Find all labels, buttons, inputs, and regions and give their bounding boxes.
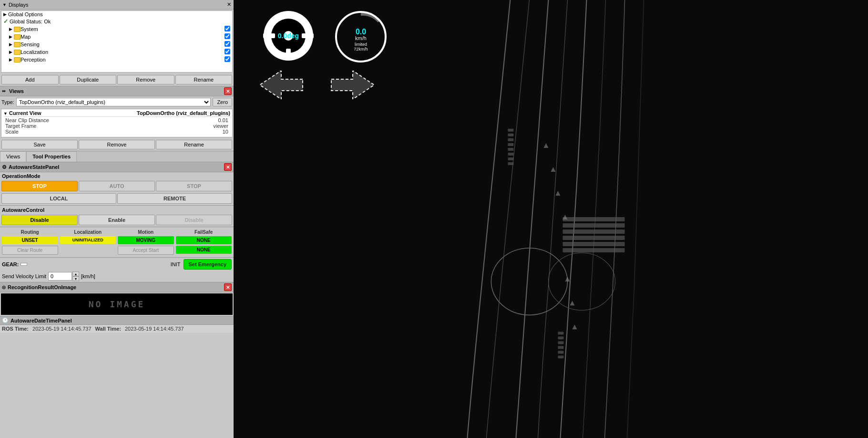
recognition-section: ◎ RecognitionResultOnImage ✕ NO IMAGE bbox=[0, 282, 234, 316]
global-status-label: Global Status: Ok bbox=[10, 19, 51, 24]
datetime-header: 🕐 AutowareDateTimePanel bbox=[0, 316, 234, 325]
svg-rect-1 bbox=[508, 129, 513, 132]
autoware-state-close-button[interactable]: ✕ bbox=[224, 163, 232, 171]
rename-button[interactable]: Rename bbox=[175, 75, 233, 84]
views-remove-button[interactable]: Remove bbox=[79, 140, 155, 149]
right-arrow-hud bbox=[329, 71, 374, 100]
datetime-section: 🕐 AutowareDateTimePanel ROS Time: 2023-0… bbox=[0, 316, 234, 333]
sensing-checkbox[interactable] bbox=[225, 41, 230, 47]
arrow-icon: ▶ bbox=[9, 27, 12, 31]
tree-item-sensing[interactable]: ▶ Sensing bbox=[1, 41, 232, 48]
system-checkbox[interactable] bbox=[225, 26, 230, 31]
autoware-control-label: AutowareControl bbox=[0, 206, 234, 214]
zero-button[interactable]: Zero bbox=[213, 98, 232, 106]
tree-item-localization[interactable]: ▶ Localization bbox=[1, 48, 232, 56]
failsafe2-badge: NONE bbox=[176, 246, 232, 254]
folder-icon bbox=[14, 57, 20, 63]
svg-rect-11 bbox=[563, 229, 625, 234]
enable-button[interactable]: Enable bbox=[79, 215, 155, 225]
ros-time-label: ROS Time: bbox=[2, 326, 29, 332]
scale-label: Scale bbox=[5, 129, 19, 135]
clock-icon: 🕐 bbox=[2, 317, 9, 323]
speed-gauge-svg: 0.0 km/h limited 72km/h bbox=[334, 10, 388, 64]
remove-button[interactable]: Remove bbox=[117, 75, 174, 84]
velocity-label: Send Velocity Limit bbox=[2, 273, 46, 279]
folder-icon bbox=[14, 42, 20, 47]
displays-close-button[interactable]: ✕ bbox=[227, 1, 231, 8]
folder-icon bbox=[14, 34, 20, 40]
duplicate-button[interactable]: Duplicate bbox=[60, 75, 117, 84]
recognition-close-button[interactable]: ✕ bbox=[224, 283, 232, 291]
localization-checkbox[interactable] bbox=[225, 49, 230, 54]
local-button[interactable]: LOCAL bbox=[1, 193, 116, 204]
speed-gauge-hud: 0.0 km/h limited 72km/h bbox=[334, 10, 388, 65]
svg-text:72km/h: 72km/h bbox=[354, 47, 368, 52]
localization-badge: UNINITIALIZED bbox=[60, 236, 116, 244]
svg-rect-17 bbox=[558, 341, 564, 344]
tree-item-global-options[interactable]: ▶ Global Options bbox=[1, 11, 232, 18]
tree-item-map[interactable]: ▶ Map bbox=[1, 33, 232, 41]
stop-button[interactable]: STOP bbox=[156, 181, 232, 191]
velocity-input[interactable] bbox=[48, 272, 72, 281]
views-rename-button[interactable]: Rename bbox=[156, 140, 232, 149]
datetime-title: AutowareDateTimePanel bbox=[10, 318, 72, 323]
perception-checkbox[interactable] bbox=[225, 56, 230, 62]
auto-button[interactable]: AUTO bbox=[79, 181, 155, 191]
svg-rect-14 bbox=[563, 248, 625, 252]
views-close-button[interactable]: ✕ bbox=[224, 87, 232, 95]
svg-rect-33 bbox=[302, 33, 314, 38]
set-emergency-button[interactable]: Set Emergency bbox=[184, 259, 232, 270]
steering-wheel-svg: 0.0deg bbox=[262, 10, 315, 62]
near-clip-value: 0.01 bbox=[218, 117, 228, 123]
type-label: Type: bbox=[1, 99, 14, 105]
velocity-input-group: ▲ ▼ bbox=[48, 271, 79, 281]
disable2-button[interactable]: Disable bbox=[156, 215, 232, 225]
clear-route-button[interactable]: Clear Route bbox=[2, 246, 58, 255]
views-title: Views bbox=[9, 88, 24, 94]
velocity-up-button[interactable]: ▲ bbox=[72, 271, 79, 276]
tree-item-global-status[interactable]: ✓ Global Status: Ok bbox=[1, 18, 232, 25]
svg-rect-20 bbox=[558, 355, 564, 358]
view-type-select[interactable]: TopDownOrtho (rviz_default_plugins) bbox=[16, 98, 211, 106]
svg-marker-43 bbox=[331, 71, 374, 99]
svg-rect-2 bbox=[508, 134, 513, 136]
accept-start-button[interactable]: Accept Start bbox=[118, 246, 174, 255]
scale-value: 10 bbox=[223, 129, 228, 135]
stop-active-button[interactable]: STOP bbox=[1, 181, 78, 191]
velocity-down-button[interactable]: ▼ bbox=[72, 276, 79, 281]
tab-views[interactable]: Views bbox=[0, 151, 26, 162]
view-prop-header: ▼ Current View TopDownOrtho (rviz_defaul… bbox=[3, 110, 230, 117]
localization-col: Localization UNINITIALIZED bbox=[60, 229, 116, 255]
steering-wheel-hud: 0.0deg bbox=[262, 10, 315, 63]
views-save-button[interactable]: Save bbox=[1, 140, 78, 149]
velocity-row: Send Velocity Limit ▲ ▼ [km/h] bbox=[0, 271, 234, 282]
svg-text:0.0deg: 0.0deg bbox=[278, 32, 299, 40]
svg-rect-12 bbox=[563, 236, 625, 240]
gear-display bbox=[20, 263, 27, 266]
displays-tree: ▶ Global Options ✓ Global Status: Ok ▶ S… bbox=[1, 10, 233, 73]
failsafe1-badge: NONE bbox=[176, 236, 232, 244]
autoware-state-section: ⚙ AutowareStatePanel ✕ OperationMode STO… bbox=[0, 162, 234, 282]
add-button[interactable]: Add bbox=[1, 75, 59, 84]
routing-badge: UNSET bbox=[2, 236, 58, 244]
current-view-label: Current View bbox=[9, 110, 41, 116]
recognition-title: RecognitionResultOnImage bbox=[8, 284, 76, 290]
road-svg bbox=[234, 0, 868, 438]
gear-section: GEAR: bbox=[2, 261, 27, 267]
svg-marker-42 bbox=[260, 71, 303, 99]
tab-tool-properties[interactable]: Tool Properties bbox=[26, 151, 77, 162]
views-collapse-icon: ⇔ bbox=[2, 89, 6, 94]
no-image-area: NO IMAGE bbox=[1, 293, 233, 315]
svg-rect-16 bbox=[558, 336, 564, 339]
remote-button[interactable]: REMOTE bbox=[117, 193, 232, 204]
svg-rect-15 bbox=[558, 332, 564, 334]
operation-mode-buttons: STOP AUTO STOP bbox=[0, 180, 234, 192]
tree-item-system[interactable]: ▶ System bbox=[1, 25, 232, 33]
tree-item-perception[interactable]: ▶ Perception bbox=[1, 56, 232, 63]
datetime-row: ROS Time: 2023-05-19 14:14:45.737 Wall T… bbox=[0, 325, 234, 333]
map-checkbox[interactable] bbox=[225, 33, 230, 39]
views-type-row: Type: TopDownOrtho (rviz_default_plugins… bbox=[0, 96, 234, 108]
routing-col: Routing UNSET Clear Route bbox=[2, 229, 58, 255]
disable-active-button[interactable]: Disable bbox=[1, 215, 78, 225]
arrow-icon: ▶ bbox=[9, 50, 12, 54]
